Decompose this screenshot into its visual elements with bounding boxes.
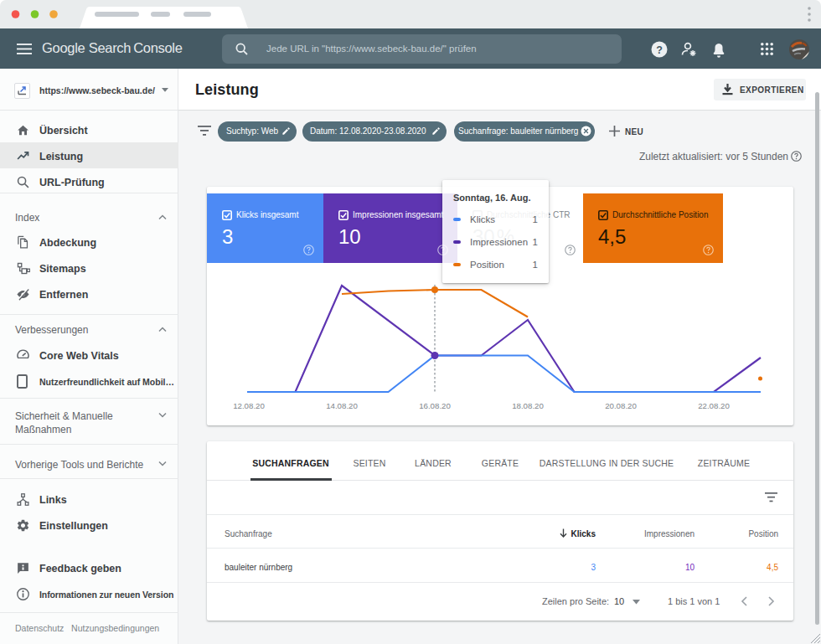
- svg-text:20.08.20: 20.08.20: [605, 401, 637, 410]
- svg-text:?: ?: [656, 44, 663, 56]
- svg-text:14.08.20: 14.08.20: [326, 401, 358, 410]
- svg-text:22.08.20: 22.08.20: [698, 401, 730, 410]
- svg-text:18.08.20: 18.08.20: [512, 401, 544, 410]
- svg-text:16.08.20: 16.08.20: [419, 401, 451, 410]
- svg-text:12.08.20: 12.08.20: [233, 401, 265, 410]
